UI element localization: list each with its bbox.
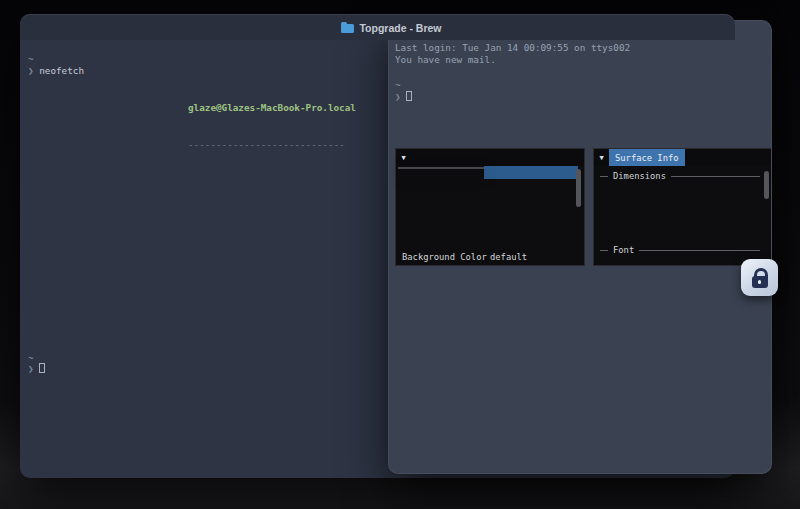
bottom-row-value: default [490, 252, 527, 262]
window-titlebar[interactable]: Topgrade - Brew [20, 14, 735, 40]
text-cursor [406, 91, 412, 101]
surface-info-panel[interactable]: ▼ Surface Info Dimensions Font [593, 148, 772, 266]
font-separator: Font [600, 245, 760, 255]
mail-line: You have new mail. [395, 54, 496, 66]
selected-value-row[interactable] [484, 166, 578, 179]
terminal-window-topgrade[interactable]: Last login: Tue Jan 14 00:09:55 on ttys0… [388, 20, 772, 474]
neofetch-info-block: glaze@Glazes-MacBook-Pro.local ---------… [188, 78, 356, 176]
cwd-line: ~ [395, 79, 401, 91]
collapse-arrow-icon[interactable]: ▼ [396, 149, 411, 166]
inspector-scrollbar[interactable] [576, 169, 581, 207]
neofetch-userhost: glaze@Glazes-MacBook-Pro.local [188, 102, 356, 114]
bottom-row-label: Background Color [402, 252, 487, 262]
dimensions-separator: Dimensions [600, 171, 760, 181]
inspector-tabbar: ▼ [396, 149, 584, 166]
neofetch-separator: ---------------------------- [188, 139, 356, 151]
surface-tabbar: ▼ Surface Info [594, 149, 772, 166]
desktop: ~ ❯ neofetch glaze@Glazes-MacBook-Pro.lo… [0, 0, 800, 509]
title-area: Topgrade - Brew [34, 22, 749, 34]
prompt-chevron: ❯ [28, 65, 34, 76]
lock-badge[interactable] [741, 259, 778, 296]
folder-icon [341, 24, 354, 33]
inspector-dropdown-list [398, 167, 484, 169]
tab-surface-info[interactable]: Surface Info [609, 149, 685, 166]
last-login-line: Last login: Tue Jan 14 00:09:55 on ttys0… [395, 42, 630, 54]
window-title: Topgrade - Brew [359, 22, 441, 34]
command-line: ❯ neofetch [28, 65, 84, 77]
prompt-line[interactable]: ❯ [395, 91, 412, 103]
surface-scrollbar[interactable] [764, 171, 769, 199]
prompt-line-bottom[interactable]: ❯ [28, 363, 45, 375]
command-text: neofetch [39, 65, 84, 76]
text-cursor [39, 363, 45, 373]
inspector-panel[interactable]: ▼ Background Color default [395, 148, 585, 266]
cwd-line: ~ [28, 53, 34, 65]
collapse-arrow-icon[interactable]: ▼ [594, 149, 609, 166]
lock-icon [752, 276, 768, 288]
